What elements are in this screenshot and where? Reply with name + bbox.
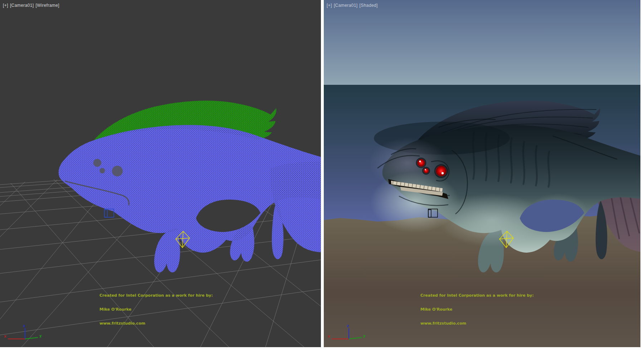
viewport-label: [+] [Camera01] [Wireframe]	[3, 3, 59, 8]
viewport-expand-button[interactable]: [+]	[3, 3, 8, 8]
viewport-camera-menu[interactable]: [Camera01]	[10, 3, 34, 8]
sky	[324, 0, 640, 85]
viewport-expand-button[interactable]: [+]	[327, 3, 332, 8]
watermark-credit: Created for Intel Corporation as a work …	[420, 284, 534, 335]
viewport-wireframe[interactable]: [+] [Camera01] [Wireframe] Created for I…	[0, 0, 321, 347]
axis-x-label: x	[4, 334, 6, 339]
viewport-camera-menu[interactable]: [Camera01]	[334, 3, 358, 8]
viewport-shading-menu[interactable]: [Shaded]	[360, 3, 378, 8]
watermark-credit: Created for Intel Corporation as a work …	[99, 284, 213, 335]
viewport-shading-menu[interactable]: [Wireframe]	[36, 3, 59, 8]
axis-tripod: x z y	[324, 323, 370, 345]
axis-y-label: y	[39, 334, 42, 338]
axis-tripod: x z y	[0, 323, 47, 345]
fish-model-wireframe[interactable]	[59, 101, 321, 272]
axis-z-label: z	[347, 324, 349, 328]
axis-z-label: z	[23, 324, 25, 328]
axis-x-label: x	[328, 334, 330, 339]
viewport-label: [+] [Camera01] [Shaded]	[327, 3, 378, 8]
viewport-shaded[interactable]: [+] [Camera01] [Shaded] Created for Inte…	[324, 0, 640, 347]
axis-y-label: y	[363, 334, 366, 338]
